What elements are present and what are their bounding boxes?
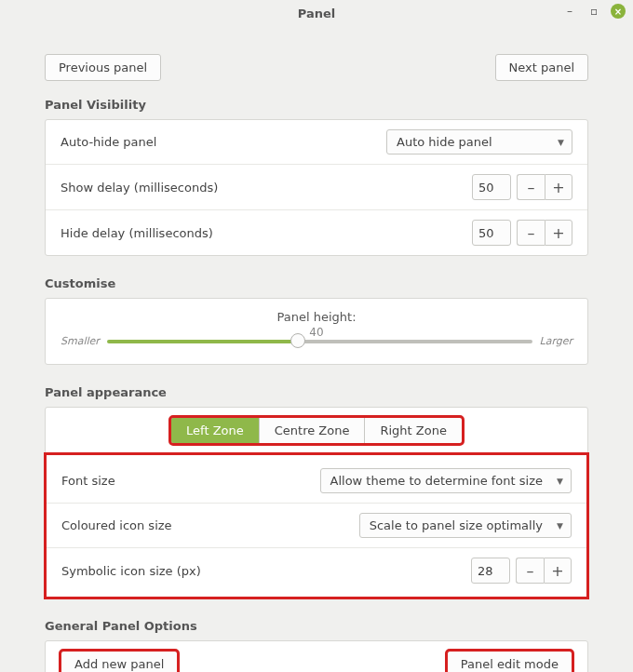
hide-delay-spinner: 50 – + [472, 220, 572, 246]
font-size-value: Allow theme to determine font size [330, 474, 543, 488]
show-delay-input[interactable]: 50 [472, 174, 511, 200]
show-delay-spinner: 50 – + [472, 174, 572, 200]
next-panel-button[interactable]: Next panel [495, 54, 588, 81]
zone-tabs: Left Zone Centre Zone Right Zone [170, 417, 463, 444]
visibility-heading: Panel Visibility [45, 98, 588, 112]
general-card: Add new panel Panel edit mode Allow the … [45, 640, 588, 672]
hide-delay-increment[interactable]: + [545, 220, 572, 246]
autohide-label: Auto-hide panel [61, 135, 156, 149]
add-new-panel-button[interactable]: Add new panel [61, 651, 178, 672]
autohide-select[interactable]: Auto hide panel ▼ [386, 129, 572, 155]
customise-card: Panel height: 40 Smaller Larger [45, 298, 588, 365]
hide-delay-input[interactable]: 50 [472, 220, 511, 246]
general-heading: General Panel Options [45, 619, 588, 633]
tab-right-zone[interactable]: Right Zone [365, 418, 461, 443]
symbolic-icon-decrement[interactable]: – [516, 558, 544, 584]
maximize-button[interactable]: ▫ [586, 4, 601, 19]
symbolic-icon-input[interactable]: 28 [471, 558, 510, 584]
symbolic-icon-increment[interactable]: + [544, 558, 572, 584]
panel-edit-mode-button[interactable]: Panel edit mode [447, 651, 572, 672]
show-delay-increment[interactable]: + [545, 174, 572, 200]
minimize-button[interactable]: – [562, 4, 577, 19]
coloured-icon-label: Coloured icon size [61, 518, 172, 532]
close-button[interactable]: × [611, 4, 626, 19]
titlebar: Panel – ▫ × [0, 0, 633, 26]
font-size-label: Font size [61, 474, 115, 488]
hide-delay-label: Hide delay (milliseconds) [61, 226, 213, 240]
symbolic-icon-spinner: 28 – + [471, 558, 572, 584]
chevron-down-icon: ▼ [557, 521, 563, 531]
tab-centre-zone[interactable]: Centre Zone [260, 418, 366, 443]
tab-left-zone[interactable]: Left Zone [171, 418, 260, 443]
chevron-down-icon: ▼ [557, 477, 563, 486]
appearance-heading: Panel appearance [45, 385, 588, 399]
slider-end-smaller: Smaller [61, 335, 100, 347]
autohide-value: Auto hide panel [397, 135, 492, 149]
customise-heading: Customise [45, 276, 588, 290]
appearance-card: Left Zone Centre Zone Right Zone Font si… [45, 407, 588, 598]
font-size-select[interactable]: Allow theme to determine font size ▼ [320, 468, 572, 493]
show-delay-label: Show delay (milliseconds) [61, 181, 218, 195]
panel-height-label: Panel height: [61, 310, 572, 324]
slider-end-larger: Larger [540, 335, 572, 347]
previous-panel-button[interactable]: Previous panel [45, 54, 161, 81]
coloured-icon-select[interactable]: Scale to panel size optimally ▼ [359, 513, 572, 538]
show-delay-decrement[interactable]: – [517, 174, 545, 200]
visibility-card: Auto-hide panel Auto hide panel ▼ Show d… [45, 119, 588, 256]
symbolic-icon-label: Symbolic icon size (px) [61, 564, 201, 578]
window-controls: – ▫ × [562, 4, 626, 19]
window-title: Panel [298, 7, 335, 20]
panel-nav: Previous panel Next panel [45, 54, 588, 81]
slider-thumb[interactable] [290, 333, 305, 348]
chevron-down-icon: ▼ [558, 138, 564, 147]
panel-height-slider[interactable] [107, 340, 532, 343]
hide-delay-decrement[interactable]: – [517, 220, 545, 246]
coloured-icon-value: Scale to panel size optimally [370, 518, 543, 532]
